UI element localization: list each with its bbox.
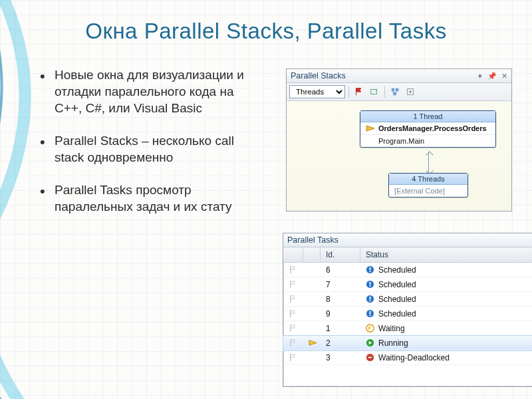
flag-show-icon[interactable]	[352, 85, 366, 98]
task-status: Scheduled	[360, 309, 532, 319]
panel-toolbar: Threads	[287, 83, 511, 101]
task-id: 1	[321, 324, 360, 333]
task-status: Waiting	[360, 324, 532, 333]
stack-frame[interactable]: Program.Main	[360, 134, 495, 147]
svg-rect-1	[392, 88, 394, 91]
task-status: Waiting-Deadlocked	[360, 353, 532, 362]
page-title: Окна Parallel Stacks, Parallel Tasks	[0, 0, 532, 44]
task-id: 6	[321, 265, 360, 275]
bullet-list: Новые окна для визуализации и отладки па…	[40, 66, 259, 215]
task-status: Scheduled	[360, 265, 532, 275]
bullet-item: Parallel Tasks просмотр паралельных зада…	[40, 182, 259, 215]
frame-label: OrdersManager.ProcessOrders	[378, 124, 487, 132]
task-status: Running	[360, 338, 532, 348]
autoscroll-icon[interactable]	[404, 85, 417, 98]
task-id: 9	[321, 309, 360, 319]
panel-title-text: Parallel Tasks	[287, 235, 338, 245]
svg-rect-7	[370, 267, 371, 271]
task-status: Scheduled	[360, 280, 532, 289]
panel-titlebar[interactable]: Parallel Tasks	[283, 233, 532, 247]
tasks-header-row: Id. Status	[283, 247, 532, 263]
flag-icon[interactable]	[283, 353, 303, 362]
stack-frame-current[interactable]: OrdersManager.ProcessOrders	[360, 122, 495, 134]
stack-node-top[interactable]: 1 Thread OrdersManager.ProcessOrders Pro…	[360, 110, 496, 148]
toggle-method-view-icon[interactable]	[388, 85, 402, 98]
task-row[interactable]: 7Scheduled	[283, 277, 532, 292]
flag-icon[interactable]	[283, 338, 303, 347]
bullet-item: Parallel Stacks – несколько call stack о…	[40, 132, 259, 166]
column-id[interactable]: Id.	[321, 247, 360, 262]
task-id: 8	[321, 295, 360, 304]
flag-icon[interactable]	[283, 265, 303, 274]
task-id: 2	[321, 338, 360, 348]
frame-label: [External Code]	[394, 187, 445, 195]
svg-rect-17	[370, 315, 371, 316]
node-header: 4 Threads	[389, 174, 467, 185]
task-row[interactable]: 2Running	[283, 336, 532, 350]
parallel-tasks-panel: Parallel Tasks Id. Status 6Scheduled7Sch…	[283, 233, 532, 387]
view-select[interactable]: Threads	[289, 85, 345, 98]
stack-frame[interactable]: [External Code]	[389, 185, 467, 197]
stack-connector	[428, 153, 429, 173]
task-row[interactable]: 9Scheduled	[283, 307, 532, 321]
column-indicator[interactable]	[303, 247, 321, 262]
separator	[348, 86, 349, 98]
parallel-stacks-panel: Parallel Stacks ▾ 📌 ✕ Threads	[286, 68, 512, 211]
frame-label: Program.Main	[378, 137, 424, 145]
window-controls: ▾ 📌 ✕	[475, 71, 507, 80]
flag-icon[interactable]	[283, 324, 303, 332]
svg-rect-2	[396, 88, 398, 91]
task-row[interactable]: 6Scheduled	[283, 263, 532, 277]
svg-rect-11	[370, 285, 371, 287]
zoom-reset-icon[interactable]	[368, 85, 381, 98]
bullet-item: Новые окна для визуализации и отладки па…	[40, 66, 259, 116]
flag-icon[interactable]	[283, 280, 303, 289]
close-icon[interactable]: ✕	[501, 72, 507, 80]
dropdown-icon[interactable]: ▾	[478, 72, 482, 80]
flag-icon[interactable]	[283, 295, 303, 303]
task-status: Scheduled	[360, 295, 532, 304]
svg-rect-10	[370, 282, 371, 285]
panel-title-text: Parallel Stacks	[291, 71, 346, 80]
svg-point-5	[409, 90, 412, 93]
tasks-body: 6Scheduled7Scheduled8Scheduled9Scheduled…	[283, 263, 532, 365]
task-row[interactable]: 3Waiting-Deadlocked	[283, 350, 532, 365]
svg-rect-8	[370, 271, 371, 272]
node-header: 1 Thread	[360, 111, 495, 122]
stack-node-bottom[interactable]: 4 Threads [External Code]	[388, 173, 468, 198]
task-row[interactable]: 1Waiting	[283, 321, 532, 336]
task-row[interactable]: 8Scheduled	[283, 292, 532, 307]
column-flag[interactable]	[283, 247, 303, 262]
stacks-canvas[interactable]: 1 Thread OrdersManager.ProcessOrders Pro…	[287, 101, 511, 211]
current-indicator	[303, 338, 321, 347]
svg-rect-13	[370, 297, 371, 300]
column-status[interactable]: Status	[360, 247, 532, 262]
svg-rect-21	[368, 357, 372, 358]
current-frame-arrow-icon	[366, 125, 375, 132]
svg-rect-14	[370, 300, 371, 301]
flag-icon[interactable]	[283, 309, 303, 318]
svg-rect-16	[370, 311, 371, 315]
separator	[384, 86, 385, 98]
task-id: 3	[321, 353, 360, 362]
pin-icon[interactable]: 📌	[487, 72, 497, 80]
svg-rect-3	[393, 92, 396, 95]
task-id: 7	[321, 280, 360, 289]
panel-titlebar[interactable]: Parallel Stacks ▾ 📌 ✕	[287, 69, 511, 83]
